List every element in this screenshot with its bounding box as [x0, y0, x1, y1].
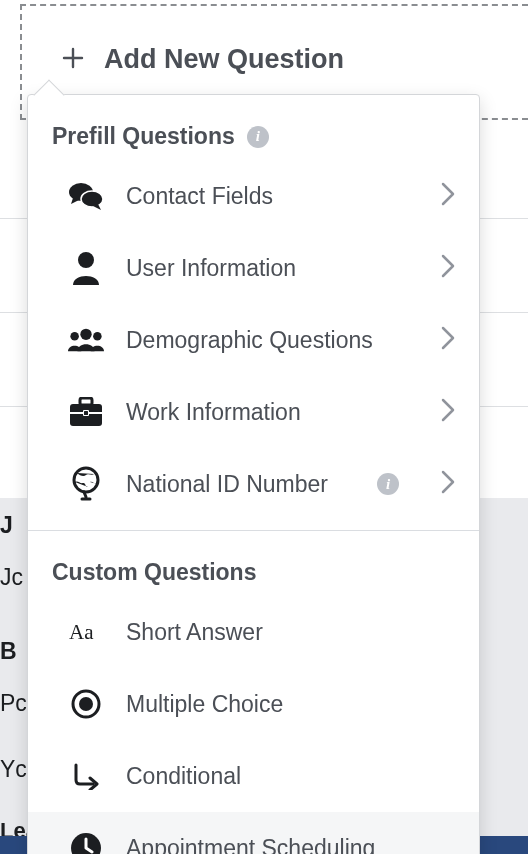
bg-text: Pc [0, 690, 27, 717]
question-type-dropdown: Prefill Questions i Contact Fields User … [27, 94, 480, 854]
chevron-right-icon [441, 182, 455, 210]
bg-text: Yc [0, 756, 27, 783]
menu-item-multiple-choice[interactable]: Multiple Choice [28, 668, 479, 740]
briefcase-icon [68, 394, 104, 430]
menu-item-label: Multiple Choice [126, 691, 461, 718]
menu-item-conditional[interactable]: Conditional [28, 740, 479, 812]
arrow-branch-icon [68, 758, 104, 794]
menu-item-label: Contact Fields [126, 183, 419, 210]
chat-bubbles-icon [68, 178, 104, 214]
bg-text: B [0, 638, 17, 665]
bg-text: J [0, 512, 13, 539]
menu-item-label: National ID Number [126, 471, 355, 498]
bg-text: Jc [0, 564, 23, 591]
svg-point-5 [93, 332, 102, 341]
add-new-question-button[interactable]: Add New Question [62, 42, 344, 76]
svg-point-1 [81, 191, 103, 207]
menu-item-label: Conditional [126, 763, 461, 790]
chevron-right-icon [441, 470, 455, 498]
custom-section-title: Custom Questions [52, 559, 256, 586]
custom-section-header: Custom Questions [28, 531, 479, 596]
prefill-section-header: Prefill Questions i [28, 95, 479, 160]
menu-item-work-information[interactable]: Work Information [28, 376, 479, 448]
globe-icon [68, 466, 104, 502]
menu-item-label: Work Information [126, 399, 419, 426]
menu-item-short-answer[interactable]: Aa Short Answer [28, 596, 479, 668]
svg-point-4 [70, 332, 79, 341]
info-icon[interactable]: i [377, 473, 399, 495]
svg-point-11 [74, 468, 98, 492]
svg-rect-10 [84, 411, 88, 415]
menu-item-label: Appointment Scheduling [126, 835, 461, 855]
chevron-right-icon [441, 398, 455, 426]
svg-point-2 [78, 252, 94, 268]
menu-item-label: Short Answer [126, 619, 461, 646]
chevron-right-icon [441, 254, 455, 282]
chevron-right-icon [441, 326, 455, 354]
user-icon [68, 250, 104, 286]
prefill-section-title: Prefill Questions [52, 123, 235, 150]
info-icon[interactable]: i [247, 126, 269, 148]
menu-item-label: Demographic Questions [126, 327, 419, 354]
text-aa-icon: Aa [68, 614, 104, 650]
clock-icon [68, 830, 104, 854]
users-group-icon [68, 322, 104, 358]
svg-point-14 [79, 697, 93, 711]
menu-item-national-id-number[interactable]: National ID Number i [28, 448, 479, 520]
menu-item-contact-fields[interactable]: Contact Fields [28, 160, 479, 232]
menu-item-user-information[interactable]: User Information [28, 232, 479, 304]
svg-text:Aa: Aa [69, 620, 94, 644]
plus-icon [62, 42, 84, 76]
add-new-question-label: Add New Question [104, 44, 344, 75]
svg-point-3 [80, 329, 91, 340]
menu-item-demographic-questions[interactable]: Demographic Questions [28, 304, 479, 376]
menu-item-label: User Information [126, 255, 419, 282]
menu-item-appointment-scheduling[interactable]: Appointment Scheduling [28, 812, 479, 854]
radio-selected-icon [68, 686, 104, 722]
svg-rect-6 [80, 398, 92, 405]
